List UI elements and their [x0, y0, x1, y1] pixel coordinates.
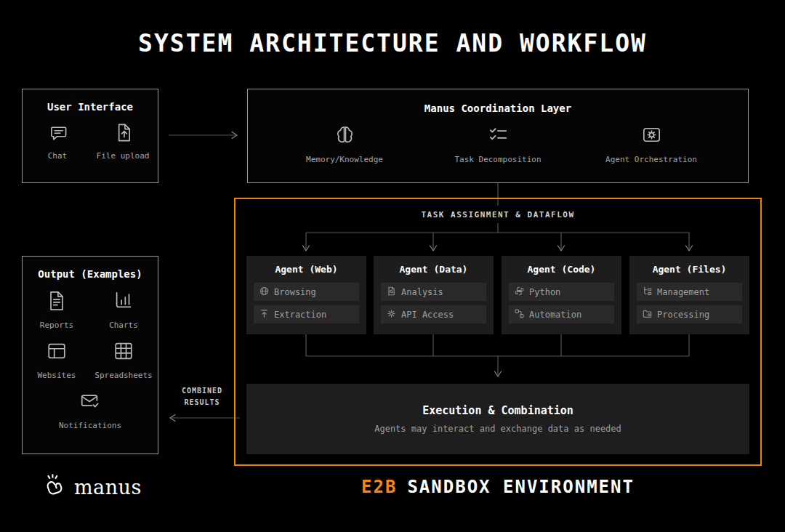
- notifications-item: Notifications: [36, 390, 145, 432]
- task-assignment-label: TASK ASSIGNMENT & DATAFLOW: [234, 210, 762, 219]
- page-title: SYSTEM ARCHITECTURE AND WORKFLOW: [0, 29, 785, 57]
- reports-item: Reports: [29, 290, 84, 331]
- brain-icon: [334, 124, 356, 149]
- reports-label: Reports: [40, 320, 73, 331]
- task-decomposition-label: Task Decomposition: [454, 154, 541, 166]
- capability-automation: Automation: [509, 305, 614, 323]
- charts-label: Charts: [109, 320, 138, 331]
- sandbox-environment-label: SANDBOX ENVIRONMENT: [407, 477, 635, 497]
- checklist-icon: [487, 124, 510, 149]
- workflow-icon: [515, 309, 524, 321]
- capability-browsing: Browsing: [254, 283, 359, 301]
- websites-item: Websites: [29, 340, 84, 382]
- gear-icon: [387, 309, 396, 321]
- sandbox-footer: E2BSANDBOX ENVIRONMENT: [234, 477, 762, 497]
- architecture-diagram: SYSTEM ARCHITECTURE AND WORKFLOW User In…: [0, 0, 785, 532]
- capability-management: Management: [637, 283, 742, 301]
- browser-window-icon: [46, 340, 68, 365]
- capability-label: Python: [529, 287, 560, 297]
- execution-title: Execution & Combination: [422, 404, 573, 417]
- agent-data-card: Agent (Data) Analysis API Access: [374, 256, 494, 334]
- report-icon: [46, 290, 68, 315]
- agent-web-title: Agent (Web): [254, 264, 359, 275]
- globe-icon: [259, 286, 269, 298]
- coordination-layer-title: Manus Coordination Layer: [248, 102, 748, 114]
- memory-knowledge-item: Memory/Knowledge: [290, 124, 399, 166]
- orchestration-icon: [640, 124, 663, 149]
- agent-orchestration-label: Agent Orchestration: [605, 154, 697, 166]
- user-interface-title: User Interface: [23, 101, 158, 113]
- brand: manus: [42, 472, 142, 501]
- capability-label: Management: [657, 287, 709, 297]
- combined-results-label: COMBINED RESULTS: [167, 385, 237, 408]
- capability-label: Analysis: [401, 287, 443, 297]
- capability-label: API Access: [401, 310, 454, 320]
- spreadsheets-item: Spreadsheets: [96, 340, 151, 382]
- file-search-icon: [387, 286, 396, 298]
- agent-orchestration-item: Agent Orchestration: [597, 124, 706, 166]
- capability-label: Extraction: [274, 310, 326, 320]
- chat-label: Chat: [48, 150, 68, 162]
- mail-check-icon: [79, 390, 101, 415]
- list-tree-icon: [643, 286, 652, 298]
- chat-item: Chat: [31, 123, 84, 162]
- python-icon: [515, 286, 524, 298]
- file-upload-item: File upload: [96, 123, 150, 162]
- agent-data-title: Agent (Data): [381, 264, 486, 275]
- capability-analysis: Analysis: [381, 283, 486, 301]
- spreadsheets-label: Spreadsheets: [94, 370, 152, 382]
- manus-logo-icon: [42, 472, 67, 501]
- brand-name: manus: [74, 476, 142, 499]
- folder-gear-icon: [643, 309, 652, 321]
- execution-subtitle: Agents may interact and exchange data as…: [374, 424, 621, 434]
- agent-code-title: Agent (Code): [509, 264, 614, 275]
- output-examples-box: Output (Examples) Reports: [22, 256, 158, 454]
- chat-icon: [48, 123, 68, 145]
- e2b-label: E2B: [361, 477, 397, 497]
- notifications-label: Notifications: [59, 420, 121, 432]
- capability-label: Automation: [529, 310, 581, 320]
- coordination-layer-box: Manus Coordination Layer Memory/Knowledg…: [247, 89, 749, 183]
- capability-api-access: API Access: [381, 305, 486, 323]
- file-upload-label: File upload: [97, 150, 150, 162]
- agent-code-card: Agent (Code) Python Automation: [502, 256, 621, 334]
- websites-label: Websites: [38, 370, 76, 382]
- agent-web-card: Agent (Web) Browsing Extraction: [246, 256, 366, 334]
- extract-up-icon: [259, 309, 269, 321]
- memory-knowledge-label: Memory/Knowledge: [306, 154, 383, 166]
- capability-label: Browsing: [274, 287, 316, 297]
- task-decomposition-item: Task Decomposition: [443, 124, 552, 166]
- capability-python: Python: [509, 283, 614, 301]
- agent-files-title: Agent (Files): [637, 264, 742, 275]
- output-title: Output (Examples): [23, 268, 158, 280]
- charts-item: Charts: [96, 290, 151, 331]
- capability-label: Processing: [657, 310, 709, 320]
- execution-combination-box: Execution & Combination Agents may inter…: [246, 384, 749, 454]
- user-interface-box: User Interface Chat: [22, 89, 158, 183]
- agent-files-card: Agent (Files) Management Processing: [629, 256, 749, 334]
- bar-chart-icon: [113, 290, 134, 315]
- capability-extraction: Extraction: [254, 305, 359, 323]
- capability-processing: Processing: [637, 305, 742, 323]
- table-grid-icon: [113, 340, 134, 365]
- file-upload-icon: [113, 123, 133, 145]
